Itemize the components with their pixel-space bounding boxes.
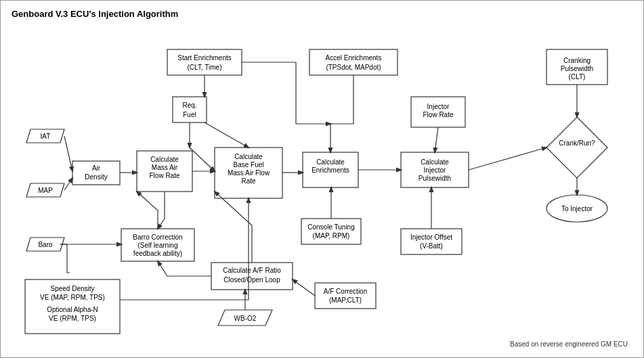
ct-label1: Console Tuning	[307, 223, 355, 231]
cbf-label2: Base Fuel	[233, 161, 263, 169]
diagram-container: Genboard V.3 ECU's Injection Algorithm t…	[1, 1, 643, 357]
cip-label2: Injector	[424, 166, 446, 174]
cip-label1: Calculate	[421, 158, 449, 166]
ce-label1: Calculate	[316, 158, 345, 166]
diagram-area: text { font-family: Arial, sans-serif; f…	[12, 26, 635, 351]
ae-label1: Accel Enrichments	[326, 54, 382, 62]
main-window: Genboard V.3 ECU's Injection Algorithm t…	[0, 0, 644, 358]
se-label2: (CLT, Time)	[188, 64, 222, 71]
cma-label3: Flow Rate	[149, 172, 179, 179]
cpw-label2: Pulsewidth	[561, 65, 593, 72]
sd-label4: VE (RPM, TPS)	[49, 315, 96, 322]
io-label1: Injector Offset	[410, 233, 452, 241]
diagram-title: Genboard V.3 ECU's Injection Algorithm	[12, 9, 632, 19]
injector-offset-box	[401, 229, 462, 254]
cbf-label3: Mass Air Flow	[228, 169, 270, 177]
svg-line-5	[190, 148, 215, 171]
svg-line-16	[293, 279, 315, 296]
cma-label1: Calculate	[150, 156, 179, 163]
sd-label2: VE (MAP, RPM, TPS)	[40, 294, 105, 301]
af-correction-box	[315, 283, 376, 309]
svg-line-0	[64, 136, 72, 171]
note-text: Based on reverse engineered GM ECU	[510, 340, 628, 348]
svg-line-3	[205, 122, 249, 148]
ti-label: To Injector	[561, 205, 593, 212]
afc-label1: A/F Correction	[324, 288, 367, 295]
rf-label1: Req.	[182, 102, 196, 109]
crank-run-diamond	[546, 117, 607, 178]
svg-line-9	[435, 127, 438, 152]
bc-label3: feedback ability)	[133, 250, 182, 257]
cip-label3: Pulsewidth	[418, 175, 451, 182]
wbo2-label: WB-O2	[234, 315, 257, 322]
baro-label: Baro	[38, 241, 53, 248]
sd-label3: Optional Alpha-N	[47, 306, 98, 313]
se-label1: Start Enrichments	[177, 54, 231, 62]
map-label: MAP	[38, 187, 53, 194]
req-fuel-box	[173, 97, 207, 122]
afc-label2: (MAP,CLT)	[329, 296, 362, 304]
cbf-label4: Rate	[241, 177, 256, 185]
ce-label2: Enrichments	[312, 166, 349, 174]
cpw-label3: (CLT)	[569, 73, 586, 81]
cma-label2: Mass Air	[152, 164, 178, 171]
ct-label2: (MAP, RPM)	[313, 232, 350, 240]
rf-label2: Fuel	[183, 111, 196, 118]
ifr-label2: Flow Rate	[423, 111, 453, 118]
car-label1: Calculate A/F Ratio	[223, 267, 281, 274]
accel-enrichments-box	[309, 49, 398, 75]
svg-line-1	[64, 178, 72, 190]
bc-label1: Barro Correction	[133, 233, 182, 241]
car-label2: Closed/Open Loop	[223, 276, 280, 284]
air-density-label1: Air	[92, 164, 101, 172]
diagram-svg: text { font-family: Arial, sans-serif; f…	[12, 26, 635, 351]
cr-label1: Crank/Run?	[559, 139, 595, 147]
cbf-label1: Calculate	[234, 153, 263, 160]
svg-line-12	[469, 148, 546, 170]
console-tuning-box	[301, 219, 361, 244]
bc-label2: (Self learning	[138, 242, 178, 249]
air-density-label2: Density	[85, 173, 107, 181]
sd-label1: Speed Density	[50, 285, 94, 292]
ifr-label1: Injector	[427, 103, 450, 110]
start-enrichments-box	[167, 49, 242, 75]
iat-label: IAT	[41, 133, 51, 140]
cpw-label1: Cranking	[563, 57, 591, 64]
ae-label2: (TPSdot, MAPdot)	[326, 64, 381, 71]
io-label2: (V-Batt)	[420, 242, 443, 250]
